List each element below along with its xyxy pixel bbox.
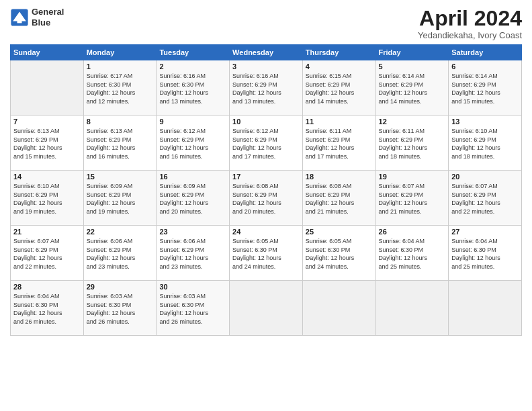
day-info: Sunrise: 6:04 AMSunset: 6:30 PMDaylight:… [13, 292, 81, 326]
day-number: 2 [159, 62, 226, 71]
day-cell: 29Sunrise: 6:03 AMSunset: 6:30 PMDayligh… [83, 281, 157, 336]
logo-line1: General [32, 7, 64, 17]
header: General Blue April 2024 Yedandiekaha, Iv… [10, 7, 522, 40]
day-cell: 15Sunrise: 6:09 AMSunset: 6:29 PMDayligh… [83, 171, 157, 226]
day-info: Sunrise: 6:10 AMSunset: 6:29 PMDaylight:… [13, 182, 81, 216]
day-cell: 24Sunrise: 6:05 AMSunset: 6:30 PMDayligh… [230, 226, 303, 281]
day-cell: 10Sunrise: 6:12 AMSunset: 6:29 PMDayligh… [230, 116, 303, 171]
day-info: Sunrise: 6:05 AMSunset: 6:30 PMDaylight:… [306, 237, 373, 271]
day-info: Sunrise: 6:07 AMSunset: 6:29 PMDaylight:… [451, 182, 519, 216]
day-cell: 8Sunrise: 6:13 AMSunset: 6:29 PMDaylight… [83, 116, 157, 171]
day-cell: 28Sunrise: 6:04 AMSunset: 6:30 PMDayligh… [11, 281, 84, 336]
header-cell-saturday: Saturday [449, 45, 522, 60]
day-info: Sunrise: 6:03 AMSunset: 6:30 PMDaylight:… [159, 292, 226, 326]
day-number: 23 [159, 228, 226, 236]
week-row-4: 21Sunrise: 6:07 AMSunset: 6:29 PMDayligh… [11, 226, 522, 281]
day-info: Sunrise: 6:14 AMSunset: 6:29 PMDaylight:… [379, 72, 446, 105]
day-cell: 27Sunrise: 6:04 AMSunset: 6:30 PMDayligh… [449, 226, 522, 281]
day-info: Sunrise: 6:06 AMSunset: 6:29 PMDaylight:… [159, 237, 226, 271]
day-number: 3 [232, 62, 300, 71]
day-number: 12 [379, 118, 446, 126]
day-info: Sunrise: 6:16 AMSunset: 6:29 PMDaylight:… [232, 72, 300, 105]
day-cell: 12Sunrise: 6:11 AMSunset: 6:29 PMDayligh… [375, 116, 449, 171]
header-cell-tuesday: Tuesday [157, 45, 230, 60]
day-info: Sunrise: 6:09 AMSunset: 6:29 PMDaylight:… [159, 182, 226, 216]
day-cell: 11Sunrise: 6:11 AMSunset: 6:29 PMDayligh… [302, 116, 375, 171]
day-cell: 18Sunrise: 6:08 AMSunset: 6:29 PMDayligh… [302, 171, 375, 226]
day-cell: 30Sunrise: 6:03 AMSunset: 6:30 PMDayligh… [157, 281, 230, 336]
week-row-5: 28Sunrise: 6:04 AMSunset: 6:30 PMDayligh… [11, 281, 522, 336]
day-info: Sunrise: 6:05 AMSunset: 6:30 PMDaylight:… [232, 237, 300, 271]
logo-line2: Blue [32, 17, 64, 28]
day-number: 22 [87, 228, 154, 236]
header-cell-friday: Friday [375, 45, 449, 60]
day-cell: 6Sunrise: 6:14 AMSunset: 6:29 PMDaylight… [449, 60, 522, 116]
day-number: 4 [306, 62, 373, 71]
day-info: Sunrise: 6:10 AMSunset: 6:29 PMDaylight:… [451, 127, 519, 161]
logo-text: General Blue [32, 7, 64, 28]
day-info: Sunrise: 6:08 AMSunset: 6:29 PMDaylight:… [306, 182, 373, 216]
calendar-header-row: SundayMondayTuesdayWednesdayThursdayFrid… [11, 45, 522, 60]
month-title: April 2024 [418, 7, 522, 30]
day-cell: 25Sunrise: 6:05 AMSunset: 6:30 PMDayligh… [302, 226, 375, 281]
day-number: 25 [306, 228, 373, 236]
day-info: Sunrise: 6:07 AMSunset: 6:29 PMDaylight:… [13, 237, 81, 271]
day-cell: 19Sunrise: 6:07 AMSunset: 6:29 PMDayligh… [375, 171, 449, 226]
header-cell-wednesday: Wednesday [230, 45, 303, 60]
logo: General Blue [10, 7, 64, 28]
day-cell: 3Sunrise: 6:16 AMSunset: 6:29 PMDaylight… [230, 60, 303, 116]
day-number: 11 [306, 118, 373, 126]
day-number: 5 [379, 62, 446, 71]
day-cell: 9Sunrise: 6:12 AMSunset: 6:29 PMDaylight… [157, 116, 230, 171]
day-info: Sunrise: 6:12 AMSunset: 6:29 PMDaylight:… [232, 127, 300, 161]
day-cell: 17Sunrise: 6:08 AMSunset: 6:29 PMDayligh… [230, 171, 303, 226]
day-info: Sunrise: 6:13 AMSunset: 6:29 PMDaylight:… [87, 127, 154, 161]
day-number: 8 [87, 118, 154, 126]
day-number: 7 [13, 118, 81, 126]
day-number: 21 [13, 228, 81, 236]
day-number: 10 [232, 118, 300, 126]
day-number: 16 [159, 173, 226, 181]
day-number: 17 [232, 173, 300, 181]
week-row-2: 7Sunrise: 6:13 AMSunset: 6:29 PMDaylight… [11, 116, 522, 171]
day-cell: 13Sunrise: 6:10 AMSunset: 6:29 PMDayligh… [449, 116, 522, 171]
day-info: Sunrise: 6:08 AMSunset: 6:29 PMDaylight:… [232, 182, 300, 216]
day-number: 24 [232, 228, 300, 236]
day-info: Sunrise: 6:11 AMSunset: 6:29 PMDaylight:… [306, 127, 373, 161]
day-info: Sunrise: 6:15 AMSunset: 6:29 PMDaylight:… [306, 72, 373, 105]
week-row-3: 14Sunrise: 6:10 AMSunset: 6:29 PMDayligh… [11, 171, 522, 226]
day-number: 20 [451, 173, 519, 181]
day-cell [449, 281, 522, 336]
day-number: 19 [379, 173, 446, 181]
day-cell: 1Sunrise: 6:17 AMSunset: 6:30 PMDaylight… [83, 60, 157, 116]
header-cell-monday: Monday [83, 45, 157, 60]
day-number: 6 [451, 62, 519, 71]
calendar-body: 1Sunrise: 6:17 AMSunset: 6:30 PMDaylight… [11, 60, 522, 336]
day-cell: 5Sunrise: 6:14 AMSunset: 6:29 PMDaylight… [375, 60, 449, 116]
day-info: Sunrise: 6:17 AMSunset: 6:30 PMDaylight:… [87, 72, 154, 105]
day-info: Sunrise: 6:06 AMSunset: 6:29 PMDaylight:… [87, 237, 154, 271]
day-cell: 7Sunrise: 6:13 AMSunset: 6:29 PMDaylight… [11, 116, 84, 171]
day-info: Sunrise: 6:14 AMSunset: 6:29 PMDaylight:… [451, 72, 519, 105]
day-number: 29 [87, 283, 154, 291]
calendar-table: SundayMondayTuesdayWednesdayThursdayFrid… [10, 44, 522, 336]
day-info: Sunrise: 6:13 AMSunset: 6:29 PMDaylight:… [13, 127, 81, 161]
day-number: 30 [159, 283, 226, 291]
day-number: 9 [159, 118, 226, 126]
day-number: 27 [451, 228, 519, 236]
day-cell: 2Sunrise: 6:16 AMSunset: 6:30 PMDaylight… [157, 60, 230, 116]
day-info: Sunrise: 6:11 AMSunset: 6:29 PMDaylight:… [379, 127, 446, 161]
day-cell: 26Sunrise: 6:04 AMSunset: 6:30 PMDayligh… [375, 226, 449, 281]
day-number: 13 [451, 118, 519, 126]
day-cell: 20Sunrise: 6:07 AMSunset: 6:29 PMDayligh… [449, 171, 522, 226]
page: General Blue April 2024 Yedandiekaha, Iv… [0, 0, 532, 411]
title-block: April 2024 Yedandiekaha, Ivory Coast [418, 7, 522, 40]
week-row-1: 1Sunrise: 6:17 AMSunset: 6:30 PMDaylight… [11, 60, 522, 116]
day-cell: 4Sunrise: 6:15 AMSunset: 6:29 PMDaylight… [302, 60, 375, 116]
day-cell [302, 281, 375, 336]
day-cell: 23Sunrise: 6:06 AMSunset: 6:29 PMDayligh… [157, 226, 230, 281]
logo-icon [10, 8, 29, 27]
day-cell: 16Sunrise: 6:09 AMSunset: 6:29 PMDayligh… [157, 171, 230, 226]
day-number: 15 [87, 173, 154, 181]
day-number: 14 [13, 173, 81, 181]
